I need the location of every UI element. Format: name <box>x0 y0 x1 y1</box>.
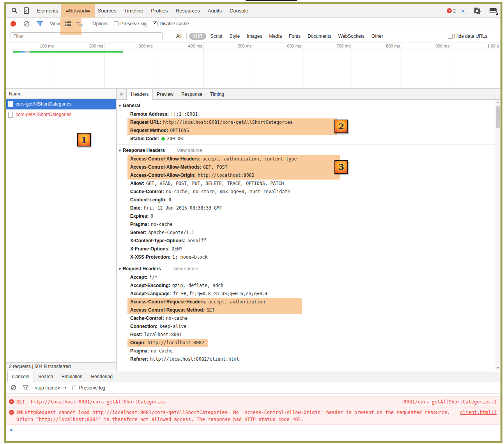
header-entry: X-XSS-Protection:1; mode=block <box>117 253 495 261</box>
devtools-window: Elements Network Sources Timeline Profil… <box>4 2 502 443</box>
header-entry: Connection:keep-alive <box>117 322 495 331</box>
detail-tabstrip: × Headers Preview Response Timing <box>117 89 500 100</box>
tab-emulation[interactable]: Emulation <box>57 371 87 382</box>
preserve-log-checkbox[interactable]: Preserve log <box>114 21 147 26</box>
network-main: Name cors-getAllShortCategories cors-get… <box>6 89 500 371</box>
timeline-ruler: 100 ms 200 ms 300 ms 400 ms 500 ms 600 m… <box>6 42 500 49</box>
tab-console[interactable]: Console <box>7 371 34 382</box>
header-entry: X-Frame-Options:DENY <box>117 245 495 253</box>
file-icon <box>8 101 13 107</box>
device-mode-icon[interactable] <box>21 6 31 16</box>
annotation-badge-1: 1 <box>77 133 91 146</box>
clear-icon[interactable] <box>23 21 30 27</box>
view-label: View: <box>50 21 61 26</box>
filter-input[interactable] <box>11 32 163 40</box>
filter-type-all[interactable]: All <box>173 33 184 40</box>
section-general[interactable]: ▼General <box>117 102 495 110</box>
error-circle-icon: × <box>447 8 452 13</box>
view-list-icon[interactable] <box>65 21 71 26</box>
tab-timeline[interactable]: Timeline <box>120 5 147 17</box>
tab-response[interactable]: Response <box>177 89 206 99</box>
tab-preview[interactable]: Preview <box>153 89 177 99</box>
console-drawer-toggle-icon[interactable]: >_ <box>461 8 467 14</box>
headers-content: ▼General Remote Address:[::1]:8081 Reque… <box>117 100 495 371</box>
header-entry: Allow:GET, HEAD, POST, PUT, DELETE, TRAC… <box>117 180 495 188</box>
header-entry: Access-Control-Allow-Origin:http://local… <box>130 171 340 180</box>
tab-search[interactable]: Search <box>34 371 57 382</box>
filter-type-fonts[interactable]: Fonts <box>286 33 303 40</box>
tab-resources[interactable]: Resources <box>172 5 204 17</box>
console-source-link[interactable]: client.html:1 <box>460 409 497 416</box>
view-source-link[interactable]: view source <box>173 266 198 271</box>
scroll-down-arrow-icon[interactable]: ▼ <box>495 365 500 371</box>
frame-selector-dropdown[interactable]: <top frame> <box>35 385 60 391</box>
header-entry: Request URL:http://localhost:8081/cors-g… <box>130 118 337 127</box>
gear-icon[interactable] <box>472 6 482 16</box>
overview-request-bar <box>13 51 123 53</box>
page-top-mark <box>246 0 297 1</box>
filter-type-style[interactable]: Style <box>226 33 242 40</box>
tab-headers[interactable]: Headers <box>127 89 153 100</box>
vertical-scrollbar[interactable]: ▲ ▼ <box>495 100 500 371</box>
console-prompt[interactable]: > <box>6 425 500 435</box>
filter-type-other[interactable]: Other <box>369 33 386 40</box>
search-icon[interactable] <box>10 6 19 16</box>
request-row-selected[interactable]: cors-getAllShortCategories <box>6 99 116 109</box>
header-entry: Access-Control-Request-Method:GET <box>130 306 302 314</box>
filter-type-images[interactable]: Images <box>244 33 265 40</box>
header-entry: Referer:http://localhost:8082/client.htm… <box>117 355 495 363</box>
filter-funnel-icon[interactable] <box>37 21 43 26</box>
disable-cache-checkbox-box <box>153 21 157 26</box>
view-source-link[interactable]: view source <box>177 148 202 153</box>
tab-profiles[interactable]: Profiles <box>147 5 172 17</box>
header-entry: Expires:0 <box>117 212 495 220</box>
console-preserve-log-checkbox[interactable]: Preserve log <box>73 385 105 391</box>
name-column-header[interactable]: Name <box>6 89 116 99</box>
filter-type-documents[interactable]: Documents <box>305 33 334 40</box>
tab-rendering[interactable]: Rendering <box>87 371 117 382</box>
console-source-link[interactable]: :8081/cors-getAllShortCategories:1 <box>401 398 497 405</box>
record-button[interactable] <box>11 21 16 26</box>
options-label: Options: <box>92 21 110 26</box>
tab-network[interactable]: Network <box>62 5 94 17</box>
error-count-badge[interactable]: ×2 <box>447 8 456 14</box>
disable-cache-checkbox[interactable]: Disable cache <box>153 21 189 26</box>
hide-data-urls-checkbox-box <box>448 34 453 39</box>
network-overview[interactable]: 100 ms 200 ms 300 ms 400 ms 500 ms 600 m… <box>6 42 500 89</box>
tab-audits[interactable]: Audits <box>204 5 226 17</box>
console-request-link[interactable]: http://localhost:8081/cors-getAllShortCa… <box>31 399 166 405</box>
close-icon[interactable]: × <box>117 89 127 99</box>
console-drawer: Console Search Emulation Rendering <top … <box>6 371 500 441</box>
filter-type-xhr[interactable]: XHR <box>189 33 206 40</box>
hide-data-urls-checkbox[interactable]: Hide data URLs <box>448 33 487 39</box>
section-response-headers[interactable]: ▼Response Headersview source <box>117 146 495 155</box>
disclosure-triangle-icon: ▼ <box>118 267 122 271</box>
devtools-tabbar: Elements Network Sources Timeline Profil… <box>6 4 500 18</box>
annotation-highlight-allow-headers: Access-Control-Allow-Headers:accept, aut… <box>127 155 340 180</box>
file-icon <box>8 112 13 118</box>
header-entry: Access-Control-Allow-Methods:GET, POST <box>130 163 340 171</box>
clear-console-icon[interactable] <box>11 385 16 391</box>
console-toolbar: <top frame> ▼ Preserve log <box>6 382 500 394</box>
section-request-headers[interactable]: ▼Request Headersview source <box>117 265 495 273</box>
tab-sources[interactable]: Sources <box>94 5 120 17</box>
dock-side-icon[interactable] <box>490 8 497 13</box>
header-entry: Origin:http://localhost:8082 <box>117 339 495 347</box>
header-entry: Host:localhost:8081 <box>117 331 495 339</box>
view-waterfall-icon[interactable] <box>76 21 83 26</box>
console-filter-funnel-icon[interactable] <box>23 385 28 390</box>
status-ok-dot-icon <box>161 137 165 141</box>
tab-console[interactable]: Console <box>226 5 252 17</box>
tab-elements[interactable]: Elements <box>33 5 62 17</box>
annotation-badge-2: 2 <box>334 120 348 133</box>
filter-type-script[interactable]: Script <box>208 33 225 40</box>
scroll-up-arrow-icon[interactable]: ▲ <box>495 100 500 105</box>
filter-type-media[interactable]: Media <box>266 33 285 40</box>
disclosure-triangle-icon: ▼ <box>118 104 122 108</box>
request-row-error[interactable]: cors-getAllShortCategories <box>6 109 116 120</box>
scrollbar-thumb[interactable] <box>496 106 500 129</box>
filter-type-websockets[interactable]: WebSockets <box>336 33 367 40</box>
tab-timing[interactable]: Timing <box>206 89 228 99</box>
annotation-highlight-request-url-method: Request URL:http://localhost:8081/cors-g… <box>127 118 337 135</box>
annotation-highlight-origin: Origin:http://localhost:8082 <box>127 339 208 347</box>
